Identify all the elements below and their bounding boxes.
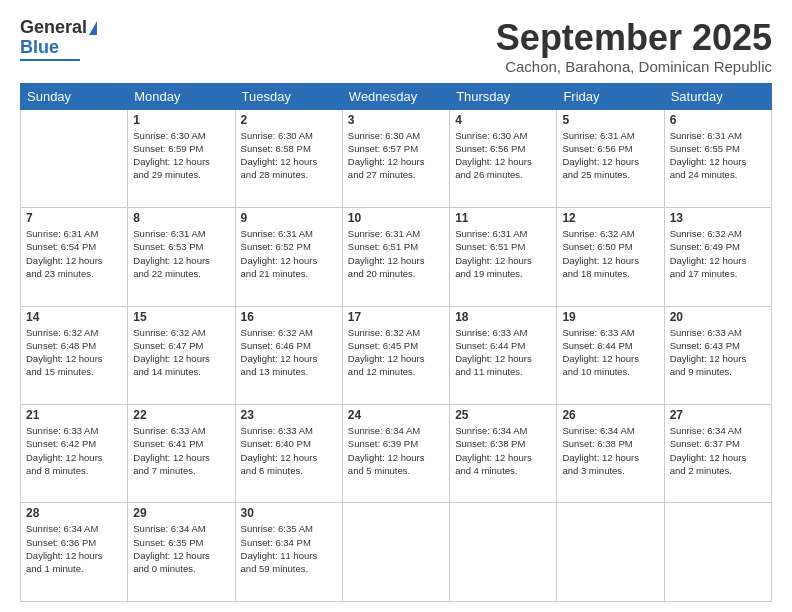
table-row: 3Sunrise: 6:30 AM Sunset: 6:57 PM Daylig…: [342, 109, 449, 207]
calendar-week-row: 7Sunrise: 6:31 AM Sunset: 6:54 PM Daylig…: [21, 208, 772, 306]
col-thursday: Thursday: [450, 83, 557, 109]
day-number: 24: [348, 408, 444, 422]
day-number: 14: [26, 310, 122, 324]
day-number: 2: [241, 113, 337, 127]
day-info: Sunrise: 6:34 AM Sunset: 6:36 PM Dayligh…: [26, 522, 122, 575]
table-row: 19Sunrise: 6:33 AM Sunset: 6:44 PM Dayli…: [557, 306, 664, 404]
col-tuesday: Tuesday: [235, 83, 342, 109]
day-number: 27: [670, 408, 766, 422]
day-info: Sunrise: 6:33 AM Sunset: 6:42 PM Dayligh…: [26, 424, 122, 477]
day-info: Sunrise: 6:32 AM Sunset: 6:46 PM Dayligh…: [241, 326, 337, 379]
day-number: 22: [133, 408, 229, 422]
col-wednesday: Wednesday: [342, 83, 449, 109]
table-row: 14Sunrise: 6:32 AM Sunset: 6:48 PM Dayli…: [21, 306, 128, 404]
day-info: Sunrise: 6:32 AM Sunset: 6:45 PM Dayligh…: [348, 326, 444, 379]
table-row: 7Sunrise: 6:31 AM Sunset: 6:54 PM Daylig…: [21, 208, 128, 306]
table-row: 13Sunrise: 6:32 AM Sunset: 6:49 PM Dayli…: [664, 208, 771, 306]
day-info: Sunrise: 6:33 AM Sunset: 6:44 PM Dayligh…: [455, 326, 551, 379]
day-number: 11: [455, 211, 551, 225]
table-row: 20Sunrise: 6:33 AM Sunset: 6:43 PM Dayli…: [664, 306, 771, 404]
table-row: 26Sunrise: 6:34 AM Sunset: 6:38 PM Dayli…: [557, 405, 664, 503]
day-info: Sunrise: 6:33 AM Sunset: 6:43 PM Dayligh…: [670, 326, 766, 379]
table-row: 17Sunrise: 6:32 AM Sunset: 6:45 PM Dayli…: [342, 306, 449, 404]
day-number: 29: [133, 506, 229, 520]
day-info: Sunrise: 6:33 AM Sunset: 6:44 PM Dayligh…: [562, 326, 658, 379]
day-number: 17: [348, 310, 444, 324]
day-info: Sunrise: 6:31 AM Sunset: 6:54 PM Dayligh…: [26, 227, 122, 280]
table-row: 21Sunrise: 6:33 AM Sunset: 6:42 PM Dayli…: [21, 405, 128, 503]
table-row: [21, 109, 128, 207]
table-row: 10Sunrise: 6:31 AM Sunset: 6:51 PM Dayli…: [342, 208, 449, 306]
logo-underline: [20, 59, 80, 61]
day-info: Sunrise: 6:32 AM Sunset: 6:50 PM Dayligh…: [562, 227, 658, 280]
day-info: Sunrise: 6:35 AM Sunset: 6:34 PM Dayligh…: [241, 522, 337, 575]
table-row: 6Sunrise: 6:31 AM Sunset: 6:55 PM Daylig…: [664, 109, 771, 207]
table-row: 18Sunrise: 6:33 AM Sunset: 6:44 PM Dayli…: [450, 306, 557, 404]
day-number: 13: [670, 211, 766, 225]
col-monday: Monday: [128, 83, 235, 109]
day-info: Sunrise: 6:31 AM Sunset: 6:55 PM Dayligh…: [670, 129, 766, 182]
location-subtitle: Cachon, Barahona, Dominican Republic: [496, 58, 772, 75]
col-friday: Friday: [557, 83, 664, 109]
day-info: Sunrise: 6:30 AM Sunset: 6:56 PM Dayligh…: [455, 129, 551, 182]
logo-blue-text: Blue: [20, 38, 59, 58]
day-info: Sunrise: 6:34 AM Sunset: 6:35 PM Dayligh…: [133, 522, 229, 575]
day-info: Sunrise: 6:33 AM Sunset: 6:41 PM Dayligh…: [133, 424, 229, 477]
day-info: Sunrise: 6:33 AM Sunset: 6:40 PM Dayligh…: [241, 424, 337, 477]
table-row: 2Sunrise: 6:30 AM Sunset: 6:58 PM Daylig…: [235, 109, 342, 207]
title-block: September 2025 Cachon, Barahona, Dominic…: [496, 18, 772, 75]
day-number: 9: [241, 211, 337, 225]
day-number: 25: [455, 408, 551, 422]
day-info: Sunrise: 6:30 AM Sunset: 6:58 PM Dayligh…: [241, 129, 337, 182]
header: General Blue September 2025 Cachon, Bara…: [20, 18, 772, 75]
table-row: 5Sunrise: 6:31 AM Sunset: 6:56 PM Daylig…: [557, 109, 664, 207]
day-number: 3: [348, 113, 444, 127]
table-row: 12Sunrise: 6:32 AM Sunset: 6:50 PM Dayli…: [557, 208, 664, 306]
day-number: 12: [562, 211, 658, 225]
day-info: Sunrise: 6:32 AM Sunset: 6:48 PM Dayligh…: [26, 326, 122, 379]
calendar-week-row: 14Sunrise: 6:32 AM Sunset: 6:48 PM Dayli…: [21, 306, 772, 404]
day-number: 28: [26, 506, 122, 520]
logo: General Blue: [20, 18, 97, 61]
table-row: [450, 503, 557, 602]
day-number: 7: [26, 211, 122, 225]
table-row: 22Sunrise: 6:33 AM Sunset: 6:41 PM Dayli…: [128, 405, 235, 503]
day-info: Sunrise: 6:31 AM Sunset: 6:52 PM Dayligh…: [241, 227, 337, 280]
day-info: Sunrise: 6:34 AM Sunset: 6:39 PM Dayligh…: [348, 424, 444, 477]
day-info: Sunrise: 6:34 AM Sunset: 6:37 PM Dayligh…: [670, 424, 766, 477]
day-number: 8: [133, 211, 229, 225]
table-row: 11Sunrise: 6:31 AM Sunset: 6:51 PM Dayli…: [450, 208, 557, 306]
table-row: 4Sunrise: 6:30 AM Sunset: 6:56 PM Daylig…: [450, 109, 557, 207]
day-number: 26: [562, 408, 658, 422]
page: General Blue September 2025 Cachon, Bara…: [0, 0, 792, 612]
table-row: [557, 503, 664, 602]
day-info: Sunrise: 6:31 AM Sunset: 6:51 PM Dayligh…: [348, 227, 444, 280]
table-row: 28Sunrise: 6:34 AM Sunset: 6:36 PM Dayli…: [21, 503, 128, 602]
calendar-week-row: 21Sunrise: 6:33 AM Sunset: 6:42 PM Dayli…: [21, 405, 772, 503]
calendar-header-row: Sunday Monday Tuesday Wednesday Thursday…: [21, 83, 772, 109]
day-info: Sunrise: 6:31 AM Sunset: 6:53 PM Dayligh…: [133, 227, 229, 280]
table-row: 24Sunrise: 6:34 AM Sunset: 6:39 PM Dayli…: [342, 405, 449, 503]
day-number: 23: [241, 408, 337, 422]
day-number: 18: [455, 310, 551, 324]
day-info: Sunrise: 6:31 AM Sunset: 6:51 PM Dayligh…: [455, 227, 551, 280]
day-number: 10: [348, 211, 444, 225]
day-info: Sunrise: 6:32 AM Sunset: 6:49 PM Dayligh…: [670, 227, 766, 280]
day-number: 19: [562, 310, 658, 324]
day-number: 4: [455, 113, 551, 127]
table-row: 29Sunrise: 6:34 AM Sunset: 6:35 PM Dayli…: [128, 503, 235, 602]
table-row: 1Sunrise: 6:30 AM Sunset: 6:59 PM Daylig…: [128, 109, 235, 207]
day-info: Sunrise: 6:34 AM Sunset: 6:38 PM Dayligh…: [562, 424, 658, 477]
table-row: 27Sunrise: 6:34 AM Sunset: 6:37 PM Dayli…: [664, 405, 771, 503]
day-number: 30: [241, 506, 337, 520]
day-number: 21: [26, 408, 122, 422]
day-number: 20: [670, 310, 766, 324]
day-info: Sunrise: 6:31 AM Sunset: 6:56 PM Dayligh…: [562, 129, 658, 182]
logo-triangle-icon: [89, 21, 97, 35]
table-row: 23Sunrise: 6:33 AM Sunset: 6:40 PM Dayli…: [235, 405, 342, 503]
calendar-table: Sunday Monday Tuesday Wednesday Thursday…: [20, 83, 772, 602]
table-row: 15Sunrise: 6:32 AM Sunset: 6:47 PM Dayli…: [128, 306, 235, 404]
day-number: 15: [133, 310, 229, 324]
day-info: Sunrise: 6:32 AM Sunset: 6:47 PM Dayligh…: [133, 326, 229, 379]
day-info: Sunrise: 6:30 AM Sunset: 6:59 PM Dayligh…: [133, 129, 229, 182]
